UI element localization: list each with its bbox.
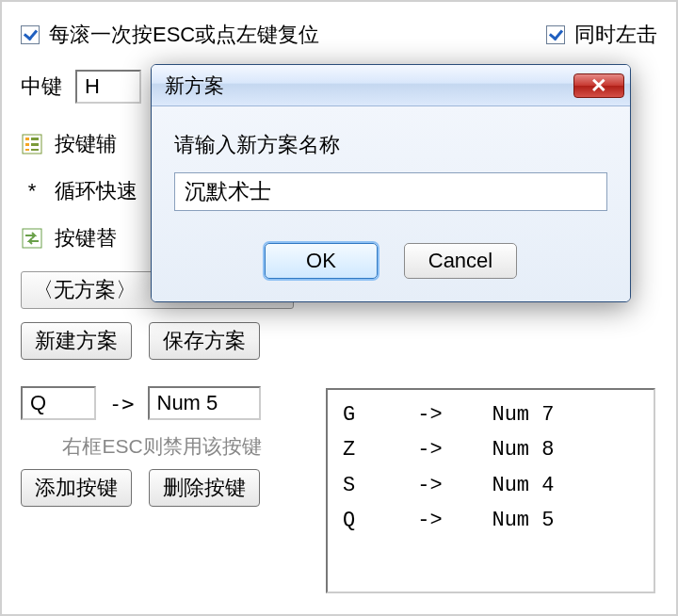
top-options-row: 每滚一次按ESC或点左键复位 同时左击	[21, 21, 657, 49]
svg-rect-2	[31, 138, 39, 140]
save-scheme-button[interactable]: 保存方案	[149, 322, 260, 360]
list-icon	[21, 133, 43, 155]
dialog-button-row: OK Cancel	[174, 243, 607, 279]
section-key-replace-label: 按键替	[55, 224, 117, 252]
new-scheme-dialog: 新方案 ✕ 请输入新方案名称 OK Cancel	[151, 64, 631, 302]
mapping-hint: 右框ESC则禁用该按键	[21, 433, 303, 460]
svg-rect-1	[25, 138, 29, 140]
new-scheme-button[interactable]: 新建方案	[21, 322, 132, 360]
reset-checkbox[interactable]	[21, 25, 40, 44]
middle-key-label: 中键	[21, 73, 62, 101]
mapping-source-input[interactable]	[21, 386, 96, 420]
svg-rect-5	[25, 149, 29, 151]
reset-option[interactable]: 每滚一次按ESC或点左键复位	[21, 21, 319, 49]
scheme-buttons-row: 新建方案 保存方案	[21, 322, 657, 360]
scheme-name-input[interactable]	[174, 172, 607, 211]
middle-key-input[interactable]	[75, 70, 141, 104]
delete-key-button[interactable]: 删除按键	[149, 469, 260, 507]
ok-button[interactable]: OK	[265, 243, 378, 279]
dialog-close-button[interactable]: ✕	[573, 73, 624, 98]
svg-rect-3	[25, 143, 29, 146]
close-icon: ✕	[590, 74, 607, 97]
leftclick-checkbox[interactable]	[546, 25, 565, 44]
dialog-titlebar[interactable]: 新方案 ✕	[152, 65, 630, 106]
svg-rect-6	[31, 149, 39, 151]
leftclick-checkbox-label: 同时左击	[574, 21, 657, 49]
section-cycle-fast-label: 循环快速	[55, 177, 137, 205]
add-key-button[interactable]: 添加按键	[21, 469, 132, 507]
dialog-body: 请输入新方案名称 OK Cancel	[152, 106, 630, 301]
leftclick-option[interactable]: 同时左击	[546, 21, 657, 49]
mapping-list[interactable]: G -> Num 7 Z -> Num 8 S -> Num 4 Q -> Nu…	[326, 388, 655, 593]
dialog-title: 新方案	[165, 73, 224, 99]
svg-rect-4	[31, 143, 39, 146]
reset-checkbox-label: 每滚一次按ESC或点左键复位	[49, 21, 319, 49]
dialog-prompt: 请输入新方案名称	[174, 131, 607, 159]
cancel-button[interactable]: Cancel	[404, 243, 517, 279]
arrow-icon: ->	[109, 392, 135, 415]
scheme-select-value: 〈无方案〉	[33, 278, 137, 301]
mapping-target-input[interactable]	[148, 386, 261, 420]
swap-icon	[21, 227, 43, 250]
asterisk-icon: *	[21, 179, 43, 203]
section-key-assist-label: 按键辅	[55, 130, 117, 158]
